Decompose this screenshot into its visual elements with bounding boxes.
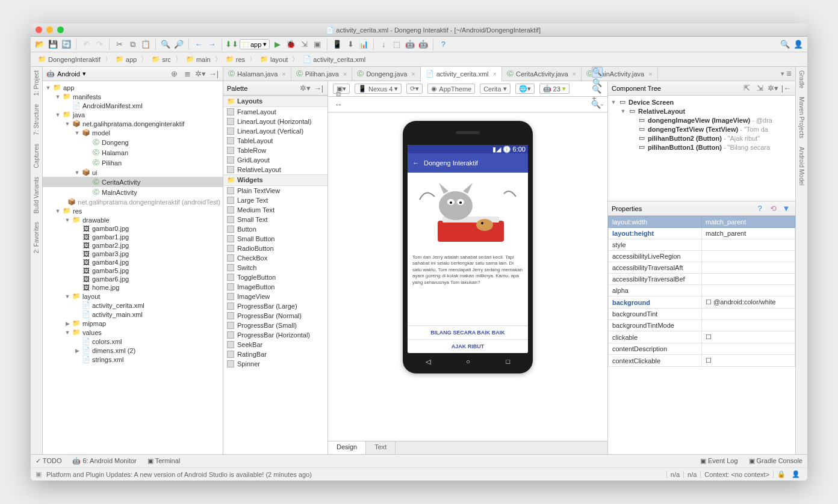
revert-icon[interactable]: ⟲ (768, 203, 778, 214)
filter-icon[interactable]: ▼ (781, 203, 792, 214)
lock-icon[interactable]: 🔒 (773, 470, 789, 478)
bottom-tool-button[interactable]: 🤖 6: Android Monitor (72, 457, 136, 465)
palette-item[interactable]: LinearLayout (Vertical) (223, 126, 327, 136)
tree-node[interactable]: ⒸHalaman (43, 147, 223, 158)
tree-node[interactable]: ▼📁manifests (43, 92, 223, 101)
collapse-icon[interactable]: ≣ (182, 69, 193, 79)
hector-icon[interactable]: 👤 (789, 470, 802, 478)
collapse-icon[interactable]: ▣ (36, 470, 42, 478)
palette-item[interactable]: Spinner (223, 359, 327, 369)
activity-combo[interactable]: Cerita▾ (480, 84, 510, 94)
tree-node[interactable]: 📦net.galihpratama.dongenginteraktif (and… (43, 197, 223, 206)
device-combo[interactable]: 📱 Nexus 4 ▾ (355, 84, 402, 94)
scroll-icon[interactable]: ⊕ (169, 69, 179, 79)
avd-icon[interactable]: 📱 (332, 39, 343, 50)
android-icon[interactable]: 🤖 (418, 39, 429, 50)
properties-table[interactable]: layout:widthmatch_parentlayout:heightmat… (608, 216, 795, 367)
dongeng-text-view[interactable]: Tom dan Jerry adalah sahabat sedari keci… (408, 251, 528, 325)
breadcrumb-item[interactable]: 📁DongengInteraktif (34, 54, 104, 64)
tree-node[interactable]: ▼📦ui (43, 168, 223, 177)
pilihan-button-2[interactable]: AJAK RIBUT (408, 339, 528, 353)
tree-node[interactable]: 🖼gambar3.jpg (43, 250, 223, 258)
breadcrumb-item[interactable]: 📄activity_cerita.xml (299, 54, 369, 64)
component-tree-node[interactable]: ▭pilihanButton1 (Button) - "Bilang secar… (608, 143, 795, 152)
zoom-fit-icon[interactable]: 🔍 (592, 67, 603, 78)
zoom-out-icon[interactable]: 🔍- (592, 99, 603, 110)
component-tree[interactable]: ▼▭Device Screen▼▭RelativeLayout▭dongengI… (608, 96, 795, 201)
close-tab-icon[interactable]: × (493, 70, 497, 78)
settings-icon[interactable]: ↓ (378, 39, 389, 50)
property-row[interactable]: accessibilityLiveRegion (609, 251, 795, 262)
breadcrumb-item[interactable]: 📁main (182, 54, 214, 64)
collapse-icon[interactable]: ⇲ (754, 83, 765, 94)
property-row[interactable]: backgroundTint (609, 309, 795, 320)
breadcrumb-item[interactable]: 📁res (222, 54, 249, 64)
tree-node[interactable]: ▼📦net.galihpratama.dongenginteraktif (43, 119, 223, 128)
palette-item[interactable]: ToggleButton (223, 272, 327, 282)
palette-item[interactable]: GridLayout (223, 155, 327, 165)
component-tree-node[interactable]: ▭dongengImageView (ImageView) - @dra (608, 115, 795, 124)
expand-h-icon[interactable]: ↔ (333, 99, 344, 110)
palette-item[interactable]: Switch (223, 263, 327, 272)
tree-node[interactable]: 📄colors.xml (43, 337, 223, 346)
design-tab[interactable]: Design (328, 441, 366, 454)
close-tab-icon[interactable]: × (573, 70, 576, 78)
close-tab-icon[interactable]: × (282, 70, 285, 78)
tool-window-button[interactable]: 7: Structure (33, 104, 40, 135)
property-row[interactable]: contentDescription (609, 343, 795, 355)
breadcrumb-item[interactable]: 📁app (112, 54, 140, 64)
tree-node[interactable]: ▼📁drawable (43, 215, 223, 224)
project-structure-icon[interactable]: ⬚ (391, 39, 402, 50)
palette-item[interactable]: SeekBar (223, 340, 327, 349)
dropdown-icon[interactable]: ▾ (82, 70, 86, 78)
tool-window-button[interactable]: Maven Projects (798, 97, 805, 138)
palette-item[interactable]: Small Button (223, 234, 327, 244)
tree-node[interactable]: 🖼gambar5.jpg (43, 266, 223, 275)
minimize-window-button[interactable] (46, 26, 53, 33)
palette-item[interactable]: Button (223, 224, 327, 234)
palette-item[interactable]: CheckBox (223, 253, 327, 263)
property-row[interactable]: background☐ @android:color/white (609, 297, 795, 309)
editor-tab[interactable]: ⒸCeritaActivity.java× (502, 67, 582, 81)
tree-node[interactable]: ▶📄dimens.xml (2) (43, 346, 223, 355)
tree-node[interactable]: ⒸDongeng (43, 137, 223, 147)
help-icon[interactable]: ? (438, 39, 448, 50)
help-icon[interactable]: ? (754, 203, 765, 214)
property-row[interactable]: style (609, 239, 795, 251)
tree-node[interactable]: ⒸMainActivity (43, 187, 223, 197)
tree-node[interactable]: ▶📁mipmap (43, 319, 223, 328)
run-icon[interactable]: ▶ (272, 39, 283, 50)
property-row[interactable]: layout:widthmatch_parent (609, 217, 795, 228)
palette-item[interactable]: Medium Text (223, 205, 327, 215)
tree-node[interactable]: ⒸCeritaActivity (43, 177, 223, 187)
find-icon[interactable]: 🔍 (160, 39, 171, 50)
breadcrumb-item[interactable]: 📁layout (256, 54, 291, 64)
tree-node[interactable]: ▼📁res (43, 206, 223, 215)
back-icon[interactable]: ← (193, 39, 204, 50)
copy-icon[interactable]: ⧉ (127, 39, 138, 50)
property-row[interactable]: alpha (609, 285, 795, 297)
property-row[interactable]: contextClickable☐ (609, 355, 795, 367)
sync-icon[interactable]: 🔄 (61, 39, 72, 50)
stop-icon[interactable]: ▣ (312, 39, 323, 50)
property-row[interactable]: backgroundTintMode (609, 320, 795, 331)
tool-window-button[interactable]: 1: Project (33, 70, 40, 96)
breadcrumb-item[interactable]: 📁src (148, 54, 175, 64)
tree-node[interactable]: ▼📁values (43, 328, 223, 337)
editor-tab[interactable]: ⒸPilihan.java× (291, 67, 353, 81)
palette-item[interactable]: ProgressBar (Small) (223, 321, 327, 330)
tool-window-button[interactable]: Captures (33, 144, 40, 168)
debug-icon[interactable]: 🐞 (285, 39, 296, 50)
run-config-combo[interactable]: ⬚ app ▾ (240, 39, 270, 49)
palette-item[interactable]: ImageView (223, 292, 327, 301)
palette-item[interactable]: LinearLayout (Horizontal) (223, 117, 327, 126)
theme-combo[interactable]: ◉AppTheme (427, 84, 475, 94)
palette-item[interactable]: TableLayout (223, 136, 327, 146)
monitor-icon[interactable]: 📊 (358, 39, 369, 50)
close-window-button[interactable] (36, 26, 42, 33)
tree-node[interactable]: ▼📁app (43, 83, 223, 92)
tool-window-button[interactable]: Build Variants (33, 177, 40, 214)
tree-node[interactable]: 🖼gambar2.jpg (43, 241, 223, 250)
bottom-tool-button[interactable]: ✓ TODO (36, 457, 61, 465)
editor-tab[interactable]: ⒸDongeng.java× (352, 67, 420, 81)
